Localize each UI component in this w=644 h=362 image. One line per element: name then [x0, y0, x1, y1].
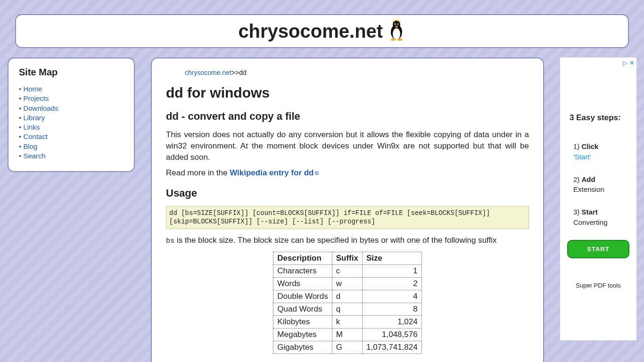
svg-point-6: [391, 39, 396, 41]
sidebar-item-links[interactable]: Links: [19, 123, 124, 132]
ad-start-button[interactable]: START: [567, 240, 629, 258]
svg-point-7: [397, 39, 402, 41]
table-header-row: Description Suffix Size: [273, 252, 421, 264]
sidebar-item-projects[interactable]: Projects: [19, 94, 124, 103]
table-row: Charactersc1: [273, 264, 421, 277]
breadcrumb-root[interactable]: chrysocome.net: [185, 69, 231, 76]
ad-title: 3 Easy steps:: [564, 113, 633, 123]
svg-point-3: [394, 24, 396, 25]
svg-point-4: [397, 24, 398, 25]
page-subtitle: dd - convert and copy a file: [166, 110, 529, 123]
ad-step-2: 2) AddExtension: [573, 174, 633, 195]
external-link-icon: ⧉: [315, 170, 319, 176]
ad-step-1: 1) Click'Start': [573, 141, 633, 162]
sidebar-item-search[interactable]: Search: [19, 151, 124, 161]
sidebar-item-blog[interactable]: Blog: [19, 142, 124, 151]
bs-paragraph: bs is the block size. The block size can…: [166, 235, 529, 246]
sidebar-item-contact[interactable]: Contact: [19, 132, 124, 141]
suffix-table: Description Suffix Size Charactersc1 Wor…: [273, 252, 421, 354]
table-row: Quad Wordsq8: [273, 303, 421, 315]
intro-paragraph: This version does not actually do any co…: [166, 129, 529, 163]
ad-step-3: 3) StartConverting: [573, 207, 633, 228]
table-row: MegabytesM1,048,576: [273, 328, 421, 341]
penguin-icon: [387, 19, 406, 43]
table-row: Wordsw2: [273, 277, 421, 290]
table-row: GigabytesG1,073,741,824: [273, 341, 421, 354]
sidebar: Site Map Home Projects Downloads Library…: [8, 58, 135, 172]
sidebar-item-downloads[interactable]: Downloads: [19, 104, 124, 113]
ad-close-icon[interactable]: ▷ ✕: [623, 59, 635, 66]
breadcrumb: chrysocome.net>>dd: [185, 69, 529, 76]
ad-footer: Super PDF tools: [564, 282, 633, 289]
sidebar-list: Home Projects Downloads Library Links Co…: [19, 84, 124, 161]
sidebar-title: Site Map: [19, 67, 124, 78]
table-row: Kilobytesk1,024: [273, 315, 421, 328]
default-paragraph: The default block size is 512 which will…: [166, 360, 529, 362]
svg-point-1: [393, 28, 400, 40]
usage-code: dd [bs=SIZE[SUFFIX]] [count=BLOCKS[SUFFI…: [166, 206, 529, 229]
usage-heading: Usage: [166, 187, 529, 199]
site-header: chrysocome.net: [15, 14, 629, 48]
site-title: chrysocome.net: [238, 21, 383, 42]
table-row: Double Wordsd4: [273, 290, 421, 303]
sidebar-item-home[interactable]: Home: [19, 84, 124, 94]
breadcrumb-current: dd: [239, 69, 247, 76]
main-content: chrysocome.net>>dd dd for windows dd - c…: [151, 58, 544, 362]
ad-banner: ▷ ✕ 3 Easy steps: 1) Click'Start' 2) Add…: [560, 58, 636, 340]
readmore-paragraph: Read more in the Wikipedia entry for dd⧉: [166, 167, 529, 179]
page-title: dd for windows: [166, 85, 529, 101]
wikipedia-link[interactable]: Wikipedia entry for dd: [230, 168, 314, 177]
sidebar-item-library[interactable]: Library: [19, 113, 124, 123]
